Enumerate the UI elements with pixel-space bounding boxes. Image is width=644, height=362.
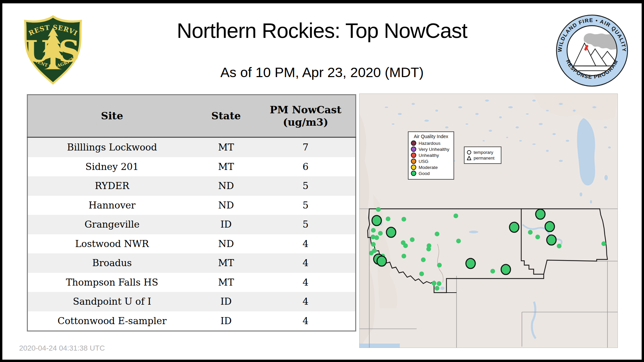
symbol-label: permanent bbox=[474, 156, 494, 161]
monitor-marker-permanent bbox=[419, 272, 424, 276]
monitor-marker-permanent bbox=[371, 228, 376, 233]
page-subtitle: As of 10 PM, Apr 23, 2020 (MDT) bbox=[87, 65, 557, 80]
cell-value: 5 bbox=[256, 176, 356, 196]
cell-value: 4 bbox=[256, 234, 356, 254]
cell-value: 7 bbox=[256, 137, 356, 157]
cell-site: RYDER bbox=[28, 176, 197, 196]
monitor-marker-permanent bbox=[401, 217, 406, 222]
monitor-marker-permanent bbox=[601, 241, 606, 246]
cell-value: 4 bbox=[256, 311, 356, 331]
monitor-marker-temporary bbox=[372, 215, 382, 226]
column-header-state: State bbox=[196, 95, 256, 137]
cell-state: ND bbox=[196, 196, 256, 215]
cell-site: Lostwood NWR bbox=[28, 234, 197, 254]
cell-state: ID bbox=[196, 215, 256, 234]
monitor-marker-permanent bbox=[386, 217, 390, 221]
report-page: FOREST SERVICE U S DEPARTMENT OF AGRICUL… bbox=[0, 0, 644, 362]
monitor-marker-permanent bbox=[378, 231, 383, 236]
legend-color-swatch-icon bbox=[411, 165, 416, 170]
monitor-marker-permanent bbox=[371, 242, 376, 247]
legend-item: Good bbox=[411, 171, 451, 176]
cell-value: 4 bbox=[256, 253, 356, 273]
legend-item: Very Unhealthy bbox=[411, 146, 451, 152]
monitor-marker-permanent bbox=[410, 237, 415, 242]
table-row: BroadusMT4 bbox=[28, 253, 356, 273]
monitor-marker-permanent bbox=[490, 269, 495, 274]
table-row: Cottonwood E-samplerID4 bbox=[28, 311, 356, 331]
monitor-marker-temporary bbox=[546, 235, 557, 246]
monitor-marker-permanent bbox=[401, 254, 406, 258]
legend-item: Unhealthy bbox=[411, 153, 451, 158]
legend-color-swatch-icon bbox=[411, 153, 416, 158]
cell-site: Thompson Falls HS bbox=[28, 273, 197, 292]
cell-state: MT bbox=[196, 157, 256, 177]
cell-value: 5 bbox=[256, 196, 356, 215]
legend-color-swatch-icon bbox=[411, 146, 416, 152]
column-header-pm-nowcast: PM NowCast (ug/m3) bbox=[256, 95, 356, 137]
temporary-circle-icon bbox=[467, 150, 472, 155]
cell-value: 5 bbox=[256, 215, 356, 234]
cell-state: MT bbox=[196, 137, 256, 157]
symbol-legend-row-permanent: permanent bbox=[467, 155, 499, 161]
cell-site: Hannover bbox=[28, 196, 197, 215]
monitor-marker-temporary bbox=[466, 258, 476, 269]
cell-value: 4 bbox=[256, 292, 356, 311]
legend-item-label: Hazardous bbox=[419, 141, 440, 146]
table-row: Sandpoint U of IID4 bbox=[28, 292, 356, 311]
monitor-marker-permanent bbox=[535, 235, 540, 239]
monitor-marker-permanent bbox=[403, 243, 408, 248]
monitor-marker-temporary bbox=[535, 209, 546, 220]
legend-item-label: Unhealthy bbox=[419, 153, 439, 158]
monitor-marker-temporary bbox=[386, 227, 396, 238]
legend-color-swatch-icon bbox=[411, 171, 416, 176]
legend-item-label: USG bbox=[419, 159, 428, 164]
monitor-marker-temporary bbox=[509, 222, 520, 233]
permanent-triangle-icon bbox=[467, 156, 472, 161]
monitor-marker-permanent bbox=[369, 251, 374, 255]
aqi-legend-title: Air Quality Index bbox=[411, 134, 451, 139]
page-title: Northern Rockies: Top NowCast bbox=[87, 18, 557, 43]
legend-item-label: Good bbox=[419, 171, 430, 176]
cell-site: Grangeville bbox=[28, 215, 197, 234]
monitor-map: Air Quality Index HazardousVery Unhealth… bbox=[359, 94, 618, 348]
monitor-marker-permanent bbox=[435, 232, 439, 236]
column-header-site: Site bbox=[28, 95, 197, 137]
legend-item: Moderate bbox=[411, 165, 451, 170]
legend-item: USG bbox=[411, 159, 451, 164]
monitor-marker-permanent bbox=[437, 281, 441, 286]
symbol-label: temporary bbox=[474, 150, 493, 155]
cell-site: Billlings Lockwood bbox=[28, 137, 197, 157]
table-row: Billlings LockwoodMT7 bbox=[28, 137, 356, 157]
symbol-legend-row-temporary: temporary bbox=[467, 149, 499, 155]
monitor-marker-permanent bbox=[376, 207, 381, 212]
table-row: Thompson Falls HSMT4 bbox=[28, 273, 356, 292]
monitor-marker-permanent bbox=[557, 244, 561, 248]
table-row: RYDERND5 bbox=[28, 176, 356, 196]
cell-site: Sidney 201 bbox=[28, 157, 197, 177]
monitor-marker-temporary bbox=[377, 256, 387, 267]
cell-state: ND bbox=[196, 234, 256, 254]
cell-state: MT bbox=[196, 273, 256, 292]
legend-color-swatch-icon bbox=[411, 140, 416, 146]
nowcast-table-header: Site State PM NowCast (ug/m3) bbox=[28, 95, 356, 137]
aqi-legend: Air Quality Index HazardousVery Unhealth… bbox=[408, 131, 454, 180]
map-markers bbox=[360, 94, 618, 348]
generated-timestamp: 2020-04-24 04:31:38 UTC bbox=[19, 344, 105, 353]
monitor-marker-permanent bbox=[374, 235, 379, 240]
aqi-legend-items: HazardousVery UnhealthyUnhealthyUSGModer… bbox=[411, 140, 451, 176]
monitor-marker-permanent bbox=[437, 263, 442, 267]
table-row: Lostwood NWRND4 bbox=[28, 234, 356, 254]
cell-site: Broadus bbox=[28, 253, 197, 273]
legend-item: Hazardous bbox=[411, 140, 451, 146]
legend-item-label: Moderate bbox=[419, 165, 438, 170]
cell-state: ID bbox=[196, 292, 256, 311]
monitor-marker-permanent bbox=[421, 257, 426, 262]
us-forest-service-logo: FOREST SERVICE U S DEPARTMENT OF AGRICUL… bbox=[21, 13, 85, 87]
table-row: GrangevilleID5 bbox=[28, 215, 356, 234]
cell-site: Sandpoint U of I bbox=[28, 292, 197, 311]
table-row: Sidney 201MT6 bbox=[28, 157, 356, 177]
table-row: HannoverND5 bbox=[28, 196, 356, 215]
monitor-marker-permanent bbox=[435, 286, 439, 291]
monitor-marker-permanent bbox=[528, 230, 533, 235]
cell-value: 4 bbox=[256, 273, 356, 292]
